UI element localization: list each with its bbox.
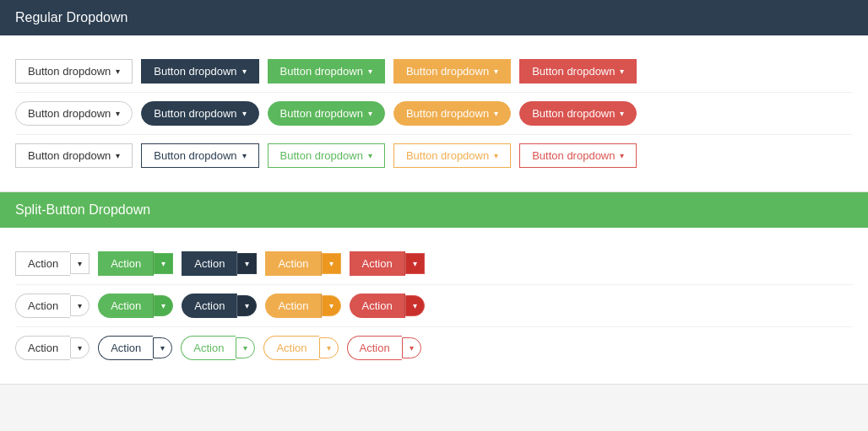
split-caret-dark-pill-outline[interactable]: ▾ [153,337,172,358]
btn-red-outline[interactable]: Button dropdown ▾ [519,143,637,168]
btn-default-solid[interactable]: Button dropdown ▾ [15,59,133,84]
caret-icon: ▾ [116,67,120,76]
btn-green-solid[interactable]: Button dropdown ▾ [268,59,385,84]
split-dark-pill: Action ▾ [182,294,257,318]
caret-icon: ▾ [242,109,247,118]
split-action-orange-pill[interactable]: Action [265,294,321,318]
split-orange-pill-outline: Action ▾ [263,336,338,360]
btn-green-outline[interactable]: Button dropdown ▾ [268,143,385,168]
split-dropdown-section: Split-Button Dropdown Action ▾ Action ▾ … [0,192,868,385]
split-row-solid: Action ▾ Action ▾ Action ▾ Action ▾ Acti… [15,243,853,285]
btn-dark-pill[interactable]: Button dropdown ▾ [141,101,258,126]
split-action-default[interactable]: Action [15,251,70,276]
btn-dark-solid[interactable]: Button dropdown ▾ [141,59,258,84]
split-action-red-pill-outline[interactable]: Action [347,336,402,360]
split-action-dark-pill[interactable]: Action [182,294,237,318]
split-green-pill-outline: Action ▾ [181,336,255,360]
split-caret-dark-pill[interactable]: ▾ [237,295,257,316]
split-default-pill: Action ▾ [15,294,90,318]
split-caret-dark[interactable]: ▾ [237,253,257,274]
split-orange-solid: Action ▾ [265,251,340,276]
btn-green-pill[interactable]: Button dropdown ▾ [268,101,385,126]
split-action-green-pill[interactable]: Action [98,294,154,318]
regular-row-solid: Button dropdown ▾ Button dropdown ▾ Butt… [15,51,853,93]
split-action-default-pill[interactable]: Action [15,294,70,318]
btn-orange-solid[interactable]: Button dropdown ▾ [393,59,511,84]
split-action-green[interactable]: Action [98,251,154,276]
split-default-solid: Action ▾ [15,251,90,276]
split-action-red-pill[interactable]: Action [350,294,405,318]
split-action-green-pill-outline[interactable]: Action [181,336,236,360]
caret-icon: ▾ [494,67,498,76]
split-red-solid: Action ▾ [350,251,425,276]
split-green-solid: Action ▾ [98,251,173,276]
caret-icon: ▾ [494,109,498,118]
btn-default-outline[interactable]: Button dropdown ▾ [15,143,133,168]
split-action-orange[interactable]: Action [265,251,321,276]
caret-icon: ▾ [494,151,498,160]
split-dropdown-body: Action ▾ Action ▾ Action ▾ Action ▾ Acti… [0,228,868,385]
split-action-default-pill-outline[interactable]: Action [15,336,70,360]
split-caret-green-pill-outline[interactable]: ▾ [236,337,255,358]
split-orange-pill: Action ▾ [265,294,340,318]
split-action-dark[interactable]: Action [182,251,237,276]
caret-icon: ▾ [620,67,624,76]
caret-icon: ▾ [242,151,247,160]
split-caret-default-pill-outline[interactable]: ▾ [70,337,90,358]
split-caret-orange[interactable]: ▾ [322,253,341,274]
split-caret-green[interactable]: ▾ [154,253,173,274]
split-caret-default[interactable]: ▾ [70,253,90,274]
split-red-pill: Action ▾ [350,294,425,318]
regular-dropdown-header: Regular Dropdown [0,0,868,35]
caret-icon: ▾ [116,109,120,118]
regular-row-pill-solid: Button dropdown ▾ Button dropdown ▾ Butt… [15,93,853,135]
caret-icon: ▾ [368,67,372,76]
btn-dark-outline[interactable]: Button dropdown ▾ [141,143,258,168]
split-dropdown-title: Split-Button Dropdown [15,202,150,217]
split-caret-red-pill-outline[interactable]: ▾ [402,337,421,358]
regular-row-outline: Button dropdown ▾ Button dropdown ▾ Butt… [15,135,853,176]
split-dark-solid: Action ▾ [182,251,257,276]
split-default-pill-outline: Action ▾ [15,336,90,360]
split-red-pill-outline: Action ▾ [347,336,421,360]
btn-orange-pill[interactable]: Button dropdown ▾ [393,101,511,126]
split-caret-default-pill[interactable]: ▾ [70,295,90,316]
caret-icon: ▾ [116,151,120,160]
btn-default-pill[interactable]: Button dropdown ▾ [15,101,133,126]
caret-icon: ▾ [242,67,247,76]
caret-icon: ▾ [620,151,624,160]
split-caret-red-pill[interactable]: ▾ [405,295,425,316]
caret-icon: ▾ [368,109,372,118]
split-action-orange-pill-outline[interactable]: Action [263,336,318,360]
split-caret-green-pill[interactable]: ▾ [154,295,173,316]
split-caret-orange-pill-outline[interactable]: ▾ [319,337,339,358]
split-row-pill-solid: Action ▾ Action ▾ Action ▾ Action ▾ Acti… [15,285,853,327]
split-dark-pill-outline: Action ▾ [98,336,172,360]
regular-dropdown-section: Regular Dropdown Button dropdown ▾ Butto… [0,0,868,192]
split-action-red[interactable]: Action [350,251,405,276]
split-caret-orange-pill[interactable]: ▾ [322,295,341,316]
split-row-pill-outline: Action ▾ Action ▾ Action ▾ Action ▾ Acti… [15,327,853,369]
split-dropdown-header: Split-Button Dropdown [0,192,868,228]
btn-red-pill[interactable]: Button dropdown ▾ [519,101,637,126]
regular-dropdown-body: Button dropdown ▾ Button dropdown ▾ Butt… [0,35,868,192]
btn-red-solid[interactable]: Button dropdown ▾ [519,59,637,84]
caret-icon: ▾ [620,109,624,118]
regular-dropdown-title: Regular Dropdown [15,10,127,24]
btn-orange-outline[interactable]: Button dropdown ▾ [393,143,511,168]
split-green-pill: Action ▾ [98,294,173,318]
split-action-dark-pill-outline[interactable]: Action [98,336,153,360]
caret-icon: ▾ [368,151,372,160]
split-caret-red[interactable]: ▾ [405,253,425,274]
